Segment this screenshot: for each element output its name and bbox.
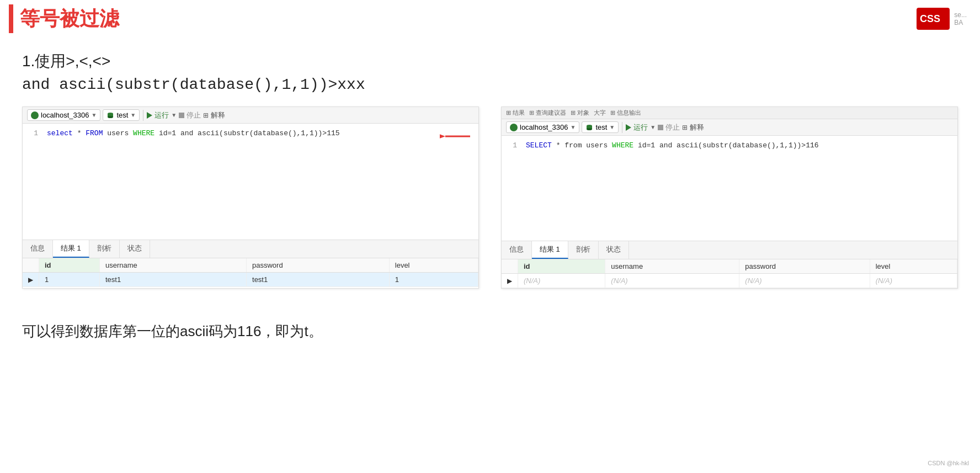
right-col-id: id (518, 259, 605, 274)
left-code-text: select * FROM users WHERE id=1 and ascii… (47, 128, 472, 140)
right-code-text: SELECT * from users WHERE id=1 and ascii… (526, 140, 951, 152)
bottom-conclusion: 可以得到数据库第一位的ascii码为116，即为t。 (22, 322, 958, 352)
right-tab-item-1: ⊞ 结果 (506, 109, 525, 117)
right-cell-username: (N/A) (605, 274, 739, 288)
red-arrow-annotation-icon (440, 128, 473, 145)
right-explain-icon: ⊞ (682, 124, 688, 131)
right-tab-result1[interactable]: 结果 1 (532, 241, 568, 259)
right-run-button[interactable]: 运行 ▼ (626, 123, 656, 132)
right-cell-password: (N/A) (739, 274, 870, 288)
left-database-label: test (116, 111, 128, 119)
left-col-level: level (389, 258, 478, 273)
right-result-tabs: 信息 结果 1 剖析 状态 (502, 241, 957, 259)
editors-row: localhost_3306 ▼ test ▼ 运行 ▼ (22, 107, 958, 289)
svg-text:CSS: CSS (920, 13, 940, 24)
right-connection-label: localhost_3306 (520, 123, 568, 131)
right-line-number-1: 1 (508, 140, 517, 152)
left-code-line-1: 1 select * FROM users WHERE id=1 and asc… (29, 128, 472, 140)
right-editor-toolbar: localhost_3306 ▼ test ▼ 运行 ▼ (502, 119, 957, 136)
right-run-triangle-icon (626, 124, 631, 131)
left-line-number-1: 1 (29, 128, 38, 140)
right-connection-dot-icon (510, 124, 518, 131)
left-col-username: username (99, 258, 246, 273)
right-database-chevron-icon: ▼ (609, 124, 615, 130)
right-tab-profile[interactable]: 剖析 (568, 241, 599, 259)
left-connection-chevron-icon: ▼ (91, 112, 97, 118)
svg-point-4 (108, 116, 113, 118)
right-col-password: password (739, 259, 870, 274)
left-editor-panel: localhost_3306 ▼ test ▼ 运行 ▼ (22, 107, 479, 289)
formula-text: and ascii(substr(database(),1,1))>xxx (22, 76, 958, 93)
right-explain-button[interactable]: ⊞ 解释 (682, 123, 704, 132)
title-area: 等号被过滤 (9, 4, 119, 33)
logo-subtitle: se... (954, 11, 967, 19)
connection-dot-icon (31, 111, 39, 119)
right-table-header-row: id username password level (502, 259, 957, 274)
left-code-area[interactable]: 1 select * FROM users WHERE id=1 and asc… (23, 124, 478, 240)
left-stop-button[interactable]: 停止 (179, 110, 201, 120)
right-tab-status[interactable]: 状态 (599, 241, 629, 259)
toolbar-separator-1 (143, 110, 143, 121)
left-table-header-row: id username password level (23, 258, 478, 273)
svg-point-9 (587, 128, 592, 130)
right-table-row: ▶ (N/A) (N/A) (N/A) (N/A) (502, 274, 957, 288)
logo-subtitle2: BA (954, 19, 963, 26)
right-code-area[interactable]: 1 SELECT * from users WHERE id=1 and asc… (502, 136, 957, 241)
left-tab-result1[interactable]: 结果 1 (53, 240, 89, 258)
left-col-id: id (39, 258, 100, 273)
right-col-username: username (605, 259, 739, 274)
logo-area: CSS se... BA (917, 8, 967, 30)
left-cell-username: test1 (99, 273, 246, 287)
left-table-row: ▶ 1 test1 test1 1 (23, 273, 478, 287)
db-cylinder-icon (106, 111, 114, 119)
red-bar-decoration (9, 4, 13, 33)
right-db-cylinder-icon (585, 124, 593, 131)
right-connection-select[interactable]: localhost_3306 ▼ (506, 121, 579, 133)
left-col-password: password (247, 258, 390, 273)
left-stop-label: 停止 (187, 110, 201, 120)
left-connection-select[interactable]: localhost_3306 ▼ (27, 109, 100, 121)
left-result-table: id username password level ▶ 1 test1 tes… (23, 258, 478, 287)
right-run-label: 运行 (633, 123, 648, 132)
top-bar: 等号被过滤 CSS se... BA (0, 0, 980, 38)
content-area: 1.使用>,<,<> and ascii(substr(database(),1… (0, 38, 980, 365)
left-tab-status[interactable]: 状态 (120, 240, 150, 258)
left-result-tabs: 信息 结果 1 剖析 状态 (23, 240, 478, 258)
page-title: 等号被过滤 (20, 6, 119, 33)
left-cell-id: 1 (39, 273, 100, 287)
right-toolbar-separator (622, 122, 622, 133)
right-col-level: level (870, 259, 957, 274)
right-explain-label: 解释 (690, 123, 704, 131)
right-row-indicator: ▶ (502, 274, 518, 288)
right-stop-button[interactable]: 停止 (658, 123, 680, 132)
left-tab-profile[interactable]: 剖析 (89, 240, 120, 258)
right-col-indicator (502, 259, 518, 274)
right-database-label: test (595, 123, 607, 131)
left-row-indicator: ▶ (23, 273, 39, 287)
left-tab-info[interactable]: 信息 (23, 240, 53, 258)
right-connection-chevron-icon: ▼ (570, 124, 576, 130)
right-database-select[interactable]: test ▼ (582, 121, 619, 133)
right-cell-level: (N/A) (870, 274, 957, 288)
right-tab-info[interactable]: 信息 (502, 241, 532, 259)
right-stop-label: 停止 (665, 123, 680, 132)
left-col-indicator (23, 258, 39, 273)
right-tab-item-5: ⊞ 信息输出 (610, 109, 641, 117)
left-cell-password: test1 (247, 273, 390, 287)
run-dropdown-icon: ▼ (171, 112, 177, 118)
left-database-select[interactable]: test ▼ (103, 109, 140, 121)
watermark: CSDN @hk-hkl (928, 460, 969, 466)
right-code-line-1: 1 SELECT * from users WHERE id=1 and asc… (508, 140, 951, 152)
left-editor-toolbar: localhost_3306 ▼ test ▼ 运行 ▼ (23, 107, 478, 124)
stop-square-icon (179, 113, 184, 118)
right-browser-tabs: ⊞ 结果 ⊞ 查询建议器 ⊞ 对象 大字 ⊞ 信息输出 (502, 107, 957, 119)
explain-icon: ⊞ (203, 111, 209, 119)
right-tab-item-4: 大字 (594, 109, 606, 117)
left-cell-level: 1 (389, 273, 478, 287)
right-tab-item-2: ⊞ 查询建议器 (529, 109, 566, 117)
left-explain-button[interactable]: ⊞ 解释 (203, 110, 225, 120)
csdn-logo-icon: CSS (917, 8, 950, 30)
left-run-button[interactable]: 运行 ▼ (147, 110, 177, 120)
right-run-dropdown-icon: ▼ (650, 124, 656, 130)
right-tab-item-3: ⊞ 对象 (571, 109, 589, 117)
